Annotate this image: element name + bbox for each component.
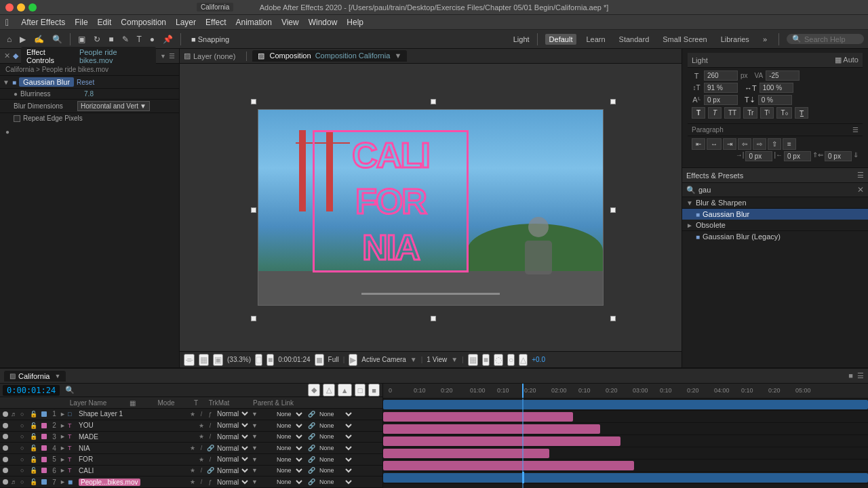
layer-7-lock[interactable]: 🔓 [30,479,39,485]
track-bar-4[interactable] [383,436,620,446]
workspace-default[interactable]: Default [545,34,577,45]
zoom-level[interactable]: (33.3%) [227,356,251,363]
layer-4-trk-select[interactable]: None [274,444,304,452]
pin-tool[interactable]: 📌 [160,33,176,45]
3d-view[interactable]: ◌ [494,354,503,366]
guides-btn[interactable]: ■ [482,354,490,366]
maximize-button[interactable] [28,3,37,12]
tl-marker-btn[interactable]: ◆ [308,384,320,396]
layer-5-trk-select[interactable]: None [274,455,304,464]
style-smallcaps[interactable]: Tr [743,107,757,119]
layer-6-vis[interactable] [0,468,11,473]
ec-repeat-checkbox[interactable] [14,115,20,122]
view-count[interactable]: 1 View [427,356,447,363]
layer-3-vis[interactable] [0,434,11,439]
layer-2-name[interactable]: YOU [77,422,197,429]
workspace-small-screen[interactable]: Small Screen [658,34,711,45]
justify-left-btn[interactable]: ⇦ [738,138,751,150]
layer-3-lock[interactable]: 🔓 [30,433,39,440]
track-bar-5[interactable] [383,449,549,458]
sel-handle-bc[interactable] [431,316,436,321]
para-space-before-input[interactable] [825,151,852,161]
ep-gaussian-blur-item[interactable]: ■ Gaussian Blur [682,209,868,220]
layer-1-par-select[interactable]: None [317,410,354,418]
layer-2-trk-select[interactable]: None [274,422,304,430]
tl-lock-icon[interactable]: ■ [848,371,853,380]
workspace-libraries[interactable]: Libraries [717,34,753,45]
layer-2-vis[interactable] [0,423,11,428]
layer-1-vis[interactable] [0,411,11,417]
layer-4-link-btn[interactable]: 🔗 [206,445,214,451]
layer-5-par-select[interactable]: None [317,455,354,464]
ec-tab[interactable]: Effect Controls People ride bikes.mov [21,47,156,66]
justify-all-btn[interactable]: ≡ [783,138,796,150]
para-indent-input[interactable] [745,151,772,161]
layer-4-magic-btn[interactable]: ★ [189,445,197,451]
ec-reset-btn[interactable]: Reset [77,79,94,86]
close-button[interactable] [5,3,14,12]
layer-5-solo[interactable]: ○ [20,456,30,463]
tsukuri-input[interactable] [758,95,792,105]
playhead[interactable] [522,384,524,398]
ec-blur-dim-dropdown[interactable]: Horizontal and Vert ▼ [77,101,150,111]
ec-blurriness-value[interactable]: 7.8 [84,90,94,98]
layer-2-slash[interactable]: / [206,422,214,429]
sel-handle-ml[interactable] [251,207,256,213]
layer-6-solo[interactable]: ○ [20,467,30,474]
layer-3-solo[interactable]: ○ [20,433,30,440]
layer-2-expand[interactable]: ► [60,422,68,429]
quality-display[interactable]: Full [328,356,339,363]
camera-btn[interactable]: ○ [507,354,515,366]
layer-7-magic-btn[interactable]: ★ [189,479,197,485]
rotate-tool[interactable]: ↻ [91,33,103,45]
layer-7-audio[interactable]: ♬ [11,479,20,485]
light-btn[interactable]: △ [519,354,528,366]
layer-1-lock[interactable]: 🔓 [30,411,39,418]
layer-7-expand[interactable]: ► [60,479,68,485]
ep-search-input[interactable] [698,186,854,194]
layer-6-magic-btn[interactable]: ★ [189,467,197,474]
comp-canvas[interactable]: CALI FOR NIA [180,64,682,351]
ep-gaussian-blur-legacy-item[interactable]: ■ Gaussian Blur (Legacy) [682,231,868,242]
justify-right-btn[interactable]: ⇧ [768,138,781,150]
minimize-button[interactable] [17,3,25,12]
ep-blur-sharpen-category[interactable]: ▼ Blur & Sharpen [682,197,868,209]
layer-7-slash[interactable]: / [197,479,205,485]
style-super[interactable]: T⁽ [760,107,774,119]
snapping-checkbox[interactable]: ■ [191,35,196,43]
menu-composition[interactable]: Composition [121,18,166,27]
layer-1-mode-select[interactable]: Normal [214,409,250,418]
track-bar-7[interactable] [383,473,868,483]
layer-2-mode-select[interactable]: Normal [214,421,250,430]
layer-7-name[interactable]: People...bikes.mov [77,479,189,486]
baseline-input[interactable] [704,95,738,105]
layer-5-slash[interactable]: / [206,456,214,463]
layer-6-expand[interactable]: ► [60,467,68,474]
style-sub[interactable]: T₀ [776,107,791,119]
align-right-btn[interactable]: ⇥ [723,138,736,150]
layer-4-vis[interactable] [0,445,11,451]
layer-5-lock[interactable]: 🔓 [30,456,39,463]
camera-tool[interactable]: ▣ [75,33,88,45]
fit-btn[interactable]: ⎕ [255,354,262,366]
layer-1-solo[interactable]: ○ [20,411,30,418]
layer-6-slash[interactable]: / [197,467,205,474]
layer-7-mode-select[interactable]: Normal [214,478,250,487]
layer-1-expand[interactable]: ► [60,411,68,418]
layer-4-solo[interactable]: ○ [20,445,30,451]
layer-6-mode-select[interactable]: Normal [214,466,250,475]
layer-5-mode-select[interactable]: Normal [214,455,250,464]
tl-solo-btn[interactable]: □ [355,384,366,396]
brush-tool[interactable]: ● [147,33,157,45]
hand-tool[interactable]: ✍ [31,33,47,45]
layer-7-vis[interactable] [0,479,11,485]
home-btn[interactable]: ⌂ [4,33,14,45]
workspace-standard[interactable]: Standard [615,34,654,45]
menu-effect[interactable]: Effect [205,18,226,27]
workspace-more[interactable]: » [759,34,771,45]
style-bold[interactable]: T [692,107,705,119]
layer-1-magic-btn[interactable]: ★ [189,411,197,418]
layer-4-expand[interactable]: ► [60,445,68,451]
layer-6-lock[interactable]: 🔓 [30,467,39,474]
tl-search-icon[interactable]: 🔍 [65,386,75,394]
